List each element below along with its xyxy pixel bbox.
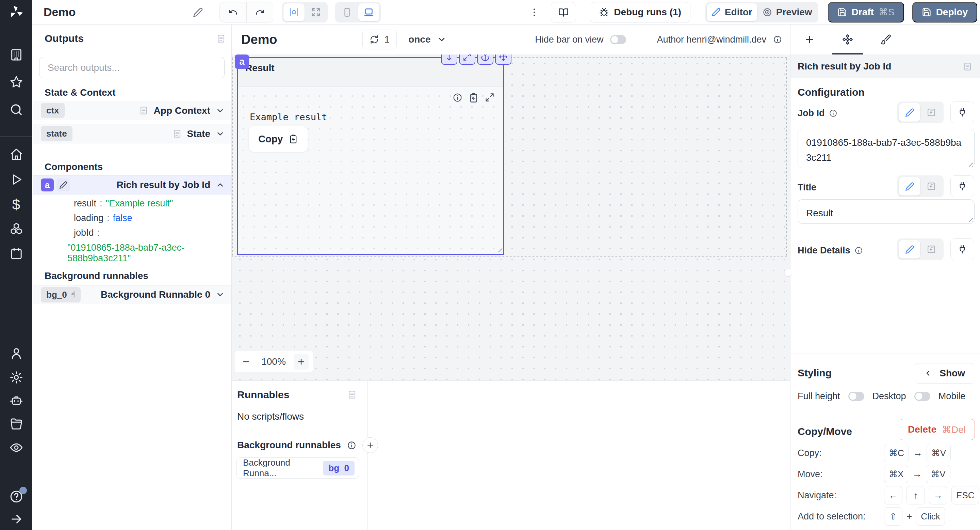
toolbar-right: Debug runs (1) Editor Preview Draft ⌘S [529, 2, 977, 22]
fullscreen-component-button[interactable] [459, 54, 476, 65]
full-height-toggle[interactable] [848, 392, 864, 401]
add-selection-shortcut-row: Add to selection: ⇧ + Click [798, 507, 975, 526]
undo-button[interactable] [220, 2, 247, 22]
edit-title-icon[interactable] [193, 7, 203, 18]
move-component-button[interactable] [495, 54, 511, 65]
top-toolbar: Demo Debug runs (1) Editor [32, 0, 980, 24]
debug-runs-button[interactable]: Debug runs (1) [590, 2, 690, 22]
copy-result-button[interactable]: Copy [249, 126, 308, 152]
more-options-icon[interactable] [529, 7, 539, 18]
anchor-component-button[interactable] [477, 54, 493, 65]
home-icon[interactable] [10, 147, 23, 161]
undo-redo-group [220, 2, 273, 22]
app-canvas[interactable]: a Result Example result Copy [232, 54, 790, 381]
users-icon[interactable] [10, 347, 23, 360]
ctx-output-row[interactable]: ctx App Context [33, 101, 231, 120]
rich-result-component[interactable]: a Result Example result Copy [237, 57, 504, 255]
tab-insert-component[interactable] [791, 24, 829, 54]
search-outputs-input[interactable] [39, 57, 224, 78]
app-title: Demo [43, 5, 76, 19]
help-icon[interactable] [9, 490, 24, 504]
job-id-textarea[interactable]: 01910865-188a-bab7-a3ec-588b9ba3c211 [798, 129, 975, 168]
tab-global-styling[interactable] [867, 24, 905, 54]
draft-button[interactable]: Draft ⌘S [828, 2, 904, 22]
static-vs-fn-toggle [897, 102, 943, 123]
windmill-app-editor: $ Demo [0, 0, 980, 530]
function-input-button[interactable] [921, 177, 942, 196]
connect-input-button[interactable] [950, 238, 974, 260]
settings-icon[interactable] [10, 370, 23, 384]
workspace-icon[interactable] [10, 48, 23, 62]
redo-button[interactable] [247, 2, 273, 22]
docs-button[interactable] [551, 2, 576, 22]
input-resize-handle[interactable] [967, 217, 973, 222]
clipboard-icon [288, 134, 298, 144]
schedule-dropdown[interactable]: once [408, 34, 446, 45]
info-icon[interactable] [453, 93, 463, 102]
info-icon[interactable] [829, 109, 837, 118]
desktop-view-button[interactable] [358, 3, 379, 21]
component-id-badge: a [41, 179, 54, 192]
info-icon[interactable] [347, 441, 356, 450]
static-input-button[interactable] [899, 177, 920, 196]
deploy-button[interactable]: Deploy [912, 2, 977, 22]
state-badge: state [41, 126, 73, 141]
mobile-view-button[interactable] [337, 3, 358, 21]
mobile-label: Mobile [939, 391, 966, 402]
workers-icon[interactable] [10, 394, 23, 408]
info-icon[interactable] [773, 35, 782, 44]
configuration-heading: Configuration [798, 86, 975, 98]
delete-component-button[interactable]: Delete ⌘Del [899, 419, 975, 440]
zoom-in-button[interactable] [294, 354, 309, 370]
component-resize-handle[interactable] [496, 247, 502, 252]
connect-input-button[interactable] [950, 176, 974, 197]
static-input-button[interactable] [899, 240, 920, 259]
settings-tabs [791, 24, 980, 54]
component-a-row[interactable]: a Rich result by Job Id [33, 176, 231, 195]
save-icon [922, 8, 931, 17]
variables-icon[interactable]: $ [12, 196, 20, 213]
centered-layout-button[interactable] [283, 3, 305, 21]
clipboard-icon[interactable] [469, 93, 479, 103]
audit-icon[interactable] [10, 441, 23, 454]
json-jobid-key-line: jobId: [74, 228, 103, 238]
desktop-toggle[interactable] [914, 392, 930, 401]
author-label: Author henri@windmill.dev [657, 34, 766, 45]
state-output-row[interactable]: state State [33, 124, 231, 144]
hide-bar-toggle[interactable] [610, 35, 626, 44]
chevron-down-icon [216, 290, 224, 299]
runnables-log-icon[interactable] [347, 390, 356, 399]
component-log-icon[interactable] [963, 62, 972, 71]
static-input-button[interactable] [899, 103, 920, 121]
function-input-button[interactable] [921, 103, 942, 121]
outputs-log-icon[interactable] [216, 34, 226, 43]
expand-down-button[interactable] [441, 54, 457, 65]
function-input-button[interactable] [921, 240, 942, 259]
zoom-out-button[interactable] [239, 354, 253, 370]
runs-icon[interactable] [10, 173, 23, 186]
title-input[interactable]: Result [798, 199, 975, 224]
tab-component-settings[interactable] [829, 24, 867, 54]
show-styling-button[interactable]: Show [915, 363, 974, 383]
add-background-runnable-button[interactable] [363, 437, 378, 453]
editor-tab[interactable]: Editor [707, 3, 757, 21]
job-id-input-mode [897, 102, 974, 123]
windmill-logo[interactable] [0, 0, 32, 24]
background-runnable-item[interactable]: Background Runna... bg_0 [237, 457, 359, 479]
preview-tab[interactable]: Preview [758, 3, 817, 21]
resources-icon[interactable] [10, 222, 23, 235]
refresh-app-button[interactable]: 1 [363, 30, 397, 49]
favorites-icon[interactable] [10, 75, 23, 89]
folders-icon[interactable] [10, 417, 23, 431]
expand-icon[interactable] [485, 93, 495, 102]
copy-shortcut-row: Copy: ⌘C → ⌘V [798, 444, 975, 463]
rename-component-icon[interactable] [56, 179, 70, 192]
info-icon[interactable] [854, 246, 863, 255]
textarea-resize-handle[interactable] [967, 161, 973, 166]
bg0-output-row[interactable]: bg_0☝ Background Runnable 0 [33, 285, 231, 304]
schedules-icon[interactable] [10, 247, 23, 260]
fullscreen-layout-button[interactable] [305, 3, 326, 21]
connect-input-button[interactable] [950, 102, 974, 123]
search-icon[interactable] [10, 103, 23, 117]
expand-sidebar-icon[interactable] [10, 512, 23, 525]
